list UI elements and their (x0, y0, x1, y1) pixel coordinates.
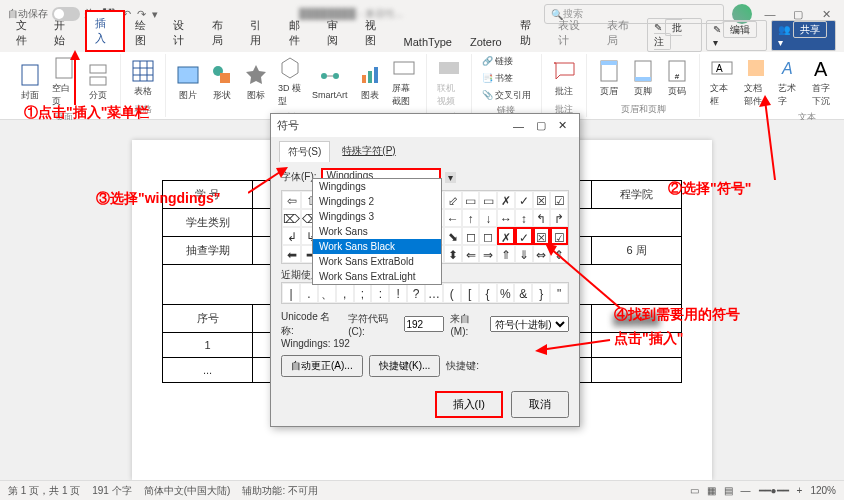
symbol-cell[interactable]: ✓ (515, 191, 533, 209)
font-dropdown-icon[interactable]: ▾ (445, 172, 456, 183)
status-pages[interactable]: 第 1 页，共 1 页 (8, 484, 80, 498)
3d-models-button[interactable]: 3D 模型 (274, 54, 306, 110)
recent-symbol[interactable]: " (550, 283, 568, 303)
recent-symbol[interactable]: & (514, 283, 532, 303)
link-button[interactable]: 🔗 链接 (478, 54, 518, 69)
cell-row2[interactable]: ... (163, 358, 253, 383)
symbol-cell[interactable]: ⇓ (515, 245, 533, 263)
symbol-cell[interactable]: ⬅ (282, 245, 301, 263)
font-option[interactable]: Work Sans (313, 224, 441, 239)
symbol-cell[interactable]: ↰ (533, 209, 551, 227)
symbol-cell[interactable]: ↑ (462, 209, 480, 227)
symbol-cell[interactable]: ☑ (550, 191, 568, 209)
wordart-button[interactable]: A艺术字 (774, 54, 806, 110)
cell-seq-header[interactable]: 序号 (163, 305, 253, 333)
recent-symbol[interactable]: , (336, 283, 354, 303)
status-words[interactable]: 191 个字 (92, 484, 131, 498)
symbol-cell[interactable]: ◻ (462, 227, 480, 245)
symbol-cell[interactable]: ↓ (479, 209, 497, 227)
screenshot-button[interactable]: 屏幕截图 (388, 54, 420, 110)
quickparts-button[interactable]: 文档部件 (740, 54, 772, 110)
share-button[interactable]: 👥 共享 ▾ (771, 20, 836, 51)
tab-insert[interactable]: 插入 (85, 10, 125, 52)
blank-page-button[interactable]: 空白页 (48, 54, 80, 110)
zoom-out-icon[interactable]: — (741, 485, 751, 496)
shapes-button[interactable]: 形状 (206, 61, 238, 104)
tab-table-layout[interactable]: 表布局 (599, 14, 646, 52)
symbol-cell[interactable]: ✓ (515, 227, 533, 245)
symbol-cell[interactable]: ▭ (462, 191, 480, 209)
font-option[interactable]: Wingdings 3 (313, 209, 441, 224)
recent-symbol[interactable]: 、 (318, 283, 336, 303)
font-option[interactable]: Wingdings (313, 179, 441, 194)
symbol-cell[interactable]: ⬍ (444, 245, 462, 263)
symbol-cell[interactable]: ⬊ (444, 227, 462, 245)
footer-button[interactable]: 页脚 (627, 57, 659, 100)
tab-file[interactable]: 文件 (8, 14, 44, 52)
zoom-level[interactable]: 120% (810, 485, 836, 496)
tab-zotero[interactable]: Zotero (462, 32, 510, 52)
table-button[interactable]: 表格 (127, 57, 159, 100)
recent-symbol[interactable]: | (282, 283, 300, 303)
insert-button[interactable]: 插入(I) (435, 391, 503, 418)
symbol-cell[interactable]: ⇐ (462, 245, 480, 263)
web-layout-icon[interactable]: ▤ (724, 485, 733, 496)
symbol-cell[interactable]: ↕ (515, 209, 533, 227)
page-break-button[interactable]: 分页 (82, 61, 114, 104)
font-option[interactable]: Work Sans ExtraLight (313, 269, 441, 284)
cell-row1[interactable]: 1 (163, 333, 253, 358)
dialog-maximize-icon[interactable]: ▢ (530, 119, 552, 132)
dialog-minimize-icon[interactable]: — (507, 120, 530, 132)
cell-week[interactable]: 6 周 (592, 237, 682, 265)
cell-college[interactable]: 程学院 (592, 181, 682, 209)
online-video-button[interactable]: 联机视频 (433, 54, 465, 110)
comments-button[interactable]: ✎ 批注 (647, 18, 701, 52)
page-number-button[interactable]: #页码 (661, 57, 693, 100)
dialog-tab-special[interactable]: 特殊字符(P) (334, 141, 403, 162)
font-option[interactable]: Work Sans Black (313, 239, 441, 254)
print-layout-icon[interactable]: ▦ (707, 485, 716, 496)
symbol-cell[interactable]: ☒ (533, 227, 551, 245)
tab-mathtype[interactable]: MathType (396, 32, 460, 52)
symbol-cell[interactable]: ✗ (497, 191, 515, 209)
symbol-cell[interactable]: ⇦ (282, 191, 301, 209)
edit-button[interactable]: ✎ 编辑 ▾ (706, 20, 767, 51)
recent-symbol[interactable]: ; (354, 283, 372, 303)
comment-button[interactable]: 批注 (548, 57, 580, 100)
from-select[interactable]: 符号(十进制) (490, 316, 569, 332)
symbol-cell[interactable]: ☒ (533, 191, 551, 209)
cancel-button[interactable]: 取消 (511, 391, 569, 418)
shortcut-button[interactable]: 快捷键(K)... (369, 355, 441, 377)
recent-symbol[interactable]: [ (461, 283, 479, 303)
symbol-cell[interactable]: ⇑ (497, 245, 515, 263)
zoom-slider[interactable]: ━━●━━ (759, 485, 789, 496)
recent-symbol[interactable]: { (479, 283, 497, 303)
symbol-cell[interactable]: ⌦ (282, 209, 301, 227)
textbox-button[interactable]: A文本框 (706, 54, 738, 110)
zoom-in-icon[interactable]: + (797, 485, 803, 496)
symbol-cell[interactable]: ↲ (282, 227, 301, 245)
recent-symbol[interactable]: ? (407, 283, 425, 303)
symbol-cell[interactable]: ◻ (479, 227, 497, 245)
recent-symbol[interactable]: ! (389, 283, 407, 303)
font-option[interactable]: Wingdings 2 (313, 194, 441, 209)
header-button[interactable]: 页眉 (593, 57, 625, 100)
recent-symbol[interactable]: % (497, 283, 515, 303)
symbol-cell[interactable]: ▭ (479, 191, 497, 209)
dialog-tab-symbols[interactable]: 符号(S) (279, 141, 330, 162)
recent-symbol[interactable]: : (371, 283, 389, 303)
status-accessibility[interactable]: 辅助功能: 不可用 (242, 484, 318, 498)
recent-symbol[interactable]: ( (443, 283, 461, 303)
recent-symbol[interactable]: … (425, 283, 443, 303)
recent-symbol[interactable]: } (532, 283, 550, 303)
dialog-close-icon[interactable]: ✕ (552, 119, 573, 132)
cover-page-button[interactable]: 封面 (14, 61, 46, 104)
pictures-button[interactable]: 图片 (172, 61, 204, 104)
symbol-cell[interactable]: ↔ (497, 209, 515, 227)
tab-draw[interactable]: 绘图 (127, 14, 163, 52)
symbol-cell[interactable]: ☑ (550, 227, 568, 245)
dropcap-button[interactable]: A首字下沉 (808, 54, 840, 110)
bookmark-button[interactable]: 📑 书签 (478, 71, 518, 86)
cell-semester[interactable]: 抽查学期 (163, 237, 253, 265)
font-option[interactable]: Work Sans ExtraBold (313, 254, 441, 269)
